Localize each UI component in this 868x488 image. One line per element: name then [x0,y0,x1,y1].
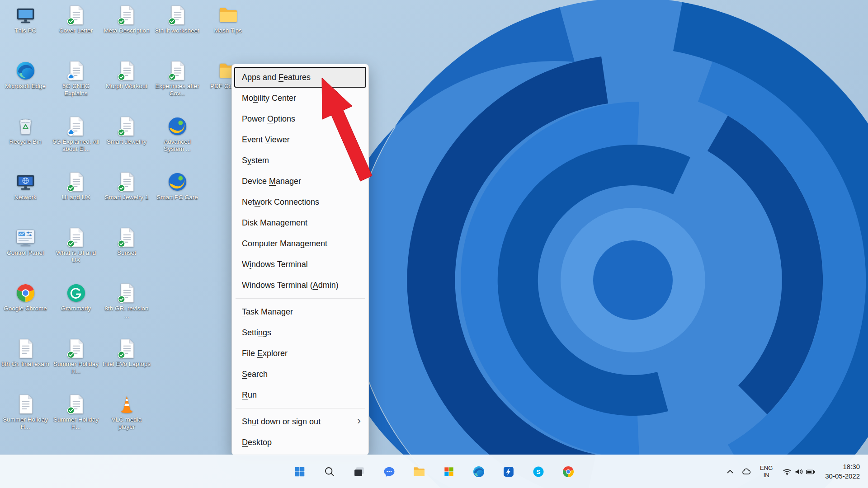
taskbar-button-skype[interactable]: S [528,461,549,482]
microsoft-store-icon [443,465,456,478]
vlc-icon [116,394,137,415]
edge-icon [15,60,36,81]
desktop-icon-5g-cnbc-explains[interactable]: 5G CNBC Explains [52,60,100,97]
menu-item-label: Run [242,390,257,400]
desktop-icon-recycle-bin[interactable]: Recycle Bin [1,116,50,145]
menu-item-label: Shut down or sign out [242,417,321,427]
menu-separator [236,298,365,299]
menu-item-label: Computer Management [242,239,327,249]
chrome-icon [562,465,575,478]
onedrive-tray-button[interactable] [739,461,754,482]
menu-item-settings[interactable]: Settings [234,322,366,343]
desktop-icon-smart-jewelry-1[interactable]: Smart Jewelry 1 [102,171,151,201]
menu-item-network-connections[interactable]: Network Connections [234,192,366,212]
desktop-icon-8th-gr-final-exam[interactable]: 8th Gr. final exam [1,338,50,368]
taskbar-button-microsoft-store[interactable] [439,461,460,482]
taskbar-button-quick-launch[interactable] [498,461,519,482]
desktop-icon-microsoft-edge[interactable]: Microsoft Edge [1,60,50,90]
menu-item-label: Disk Management [242,218,307,228]
desktop-icon-intel-evo-laptops[interactable]: Intel EVo Laptops [102,338,151,368]
menu-item-label: Device Manager [242,177,301,186]
desktop-icon-8th-lit-worksheet[interactable]: 8th lit worksheet [153,5,202,34]
doc-check-icon [66,394,87,415]
app-swirl-icon [167,171,188,192]
doc-check-icon [116,282,137,304]
menu-item-task-manager[interactable]: Task Manager [234,301,366,322]
menu-item-label: Event Viewer [242,135,290,145]
desktop-icon-mash-tips[interactable]: Mash Tips [203,5,252,34]
desktop-icon-summer-holiday-h[interactable]: Summer Holiday H... [1,394,50,431]
language-indicator[interactable]: ENG IN [755,461,777,482]
desktop-icon-control-panel[interactable]: Control Panel [1,227,50,257]
taskbar-button-task-view[interactable] [349,461,370,482]
menu-item-power-options[interactable]: Power Options [234,108,366,129]
desktop-icon-network[interactable]: Network [1,171,50,201]
tray-chevron-up-button[interactable] [723,461,737,482]
desktop-icon-8th-gr-revision[interactable]: 8th GR. revision ... [102,282,151,319]
desktop-icon-this-pc[interactable]: This PC [1,5,50,34]
status-cluster-button[interactable] [779,461,819,482]
taskbar-button-chat[interactable] [379,461,400,482]
quick-launch-icon [502,465,515,478]
menu-item-computer-management[interactable]: Computer Management [234,233,366,254]
desktop-icon-what-is-ui-and-ux[interactable]: What is UI and UX [52,227,100,264]
svg-text:S: S [537,468,541,475]
taskbar-button-file-explorer[interactable] [409,461,430,482]
start-icon [293,465,307,478]
skype-icon: S [532,465,545,478]
desktop-icons: This PCCover LetterMeta Description8th l… [0,0,868,455]
desktop-icon-sunset[interactable]: Sunset [102,227,151,257]
menu-item-windows-terminal[interactable]: Windows Terminal [234,254,366,275]
desktop-icon-grammarly[interactable]: Grammarly [52,282,100,312]
menu-item-disk-management[interactable]: Disk Management [234,212,366,233]
chat-icon [383,465,396,478]
taskbar-button-chrome[interactable] [558,461,579,482]
doc-check-icon [116,116,137,137]
desktop-icon-smart-pc-care[interactable]: Smart PC Care [153,171,202,201]
desktop-icon-label: 8th GR. revision ... [103,305,151,319]
desktop-icon-label: Summer Holiday H... [52,416,100,431]
desktop-icon-experinces-after-cov[interactable]: Experinces after Cov... [153,60,202,97]
desktop-icon-ui-and-ux[interactable]: UI and UX [52,171,100,201]
menu-item-search[interactable]: Search [234,364,366,385]
desktop-icon-label: Microsoft Edge [5,83,46,90]
desktop-icon-summer-holiday-h[interactable]: Summer Holiday H... [52,394,100,431]
desktop-icon-meta-description[interactable]: Meta Description [102,5,151,34]
menu-item-desktop[interactable]: Desktop [234,432,366,453]
menu-item-system[interactable]: System [234,150,366,171]
desktop-icon-label: This PC [14,27,36,34]
menu-item-label: Mobility Center [242,94,296,103]
desktop-icon-advanced-system[interactable]: Advanced System ... [153,116,202,153]
menu-item-shut-down-or-sign-out[interactable]: Shut down or sign out› [234,411,366,432]
menu-item-file-explorer[interactable]: File Explorer [234,343,366,364]
desktop-icon-label: 8th lit worksheet [155,27,199,34]
desktop-icon-label: Grammarly [61,305,91,312]
volume-icon [794,467,804,477]
desktop-icon-label: 8th Gr. final exam [1,361,49,368]
menu-item-event-viewer[interactable]: Event Viewer [234,129,366,150]
menu-item-mobility-center[interactable]: Mobility Center [234,88,366,108]
taskbar-clock[interactable]: 18:30 30-05-2022 [821,461,864,482]
taskbar-center: S [289,461,579,482]
recycle-icon [15,116,36,137]
desktop-icon-cover-letter[interactable]: Cover Letter [52,5,100,34]
taskbar-button-search[interactable] [319,461,340,482]
menu-item-run[interactable]: Run [234,385,366,405]
doc-check-icon [66,338,87,359]
control-panel-icon [15,227,36,248]
desktop-icon-label: UI and UX [62,194,90,201]
menu-item-apps-and-features[interactable]: Apps and Features [234,67,366,88]
desktop-icon-vlc-media-player[interactable]: VLC media player [102,394,151,431]
desktop-icon-summer-holiday-h[interactable]: Summer Holiday H... [52,338,100,375]
desktop-icon-smart-jewellry[interactable]: Smart Jewellry [102,116,151,145]
menu-item-windows-terminal-admin[interactable]: Windows Terminal (Admin) [234,275,366,296]
desktop-icon-murph-workout[interactable]: Murph Workout [102,60,151,90]
desktop-icon-5g-explained-all-about-el[interactable]: 5G Explained, All about El... [52,116,100,153]
folder-icon [217,5,239,26]
desktop-icon-google-chrome[interactable]: Google Chrome [1,282,50,312]
taskbar-button-start[interactable] [289,461,311,482]
taskbar-button-edge[interactable] [468,461,490,482]
menu-item-device-manager[interactable]: Device Manager [234,171,366,192]
desktop-icon-label: What is UI and UX [52,249,100,264]
doc-check-icon [167,5,188,26]
